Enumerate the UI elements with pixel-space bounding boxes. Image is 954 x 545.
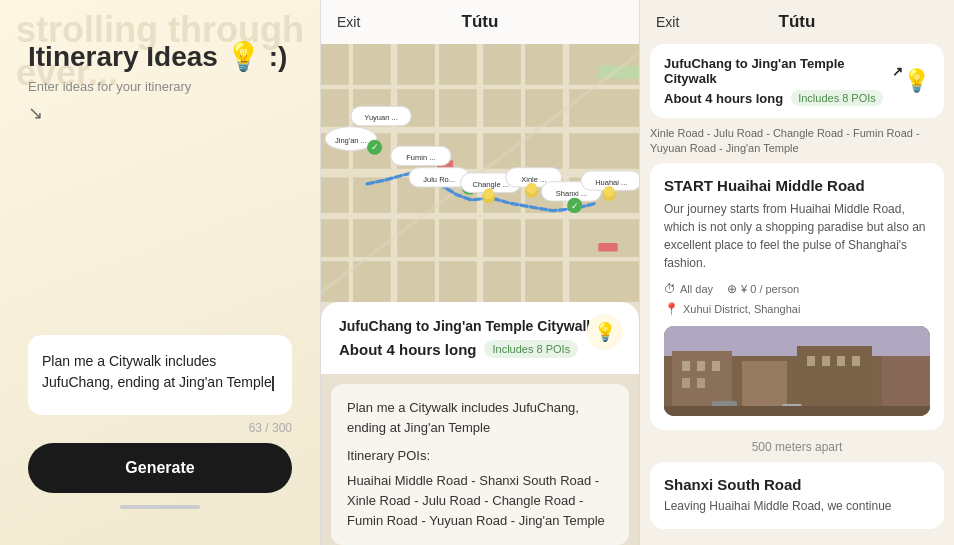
svg-point-37 — [526, 183, 537, 194]
map-area: Jing'an ... ✓ Yuyuan ... Fumin ... Julu … — [321, 44, 639, 302]
input-text: Plan me a Citywalk includes JufuChang, e… — [42, 353, 272, 390]
svg-rect-55 — [712, 361, 720, 371]
middle-bottom-card: JufuChang to Jing'an Temple Citywalk ↗ A… — [321, 302, 639, 374]
svg-text:✓: ✓ — [371, 142, 379, 152]
subtitle-text: Enter ideas for your itinerary — [28, 79, 292, 94]
summary-left: JufuChang to Jing'an Temple Citywalk ↗ A… — [664, 56, 903, 106]
poi-1-time-text: All day — [680, 283, 713, 295]
itinerary-label: Itinerary POIs: — [347, 446, 613, 466]
poi-card-2: Shanxi South Road Leaving Huaihai Middle… — [650, 462, 944, 529]
svg-rect-60 — [837, 356, 845, 366]
svg-point-33 — [483, 188, 494, 199]
location-icon: 📍 — [664, 302, 679, 316]
summary-bulb: 💡 — [903, 68, 930, 94]
price-icon: ⊕ — [727, 282, 737, 296]
svg-text:Fumin ...: Fumin ... — [406, 153, 435, 162]
summary-ext-icon: ↗ — [892, 64, 903, 79]
svg-text:Xinle ...: Xinle ... — [521, 175, 546, 184]
middle-exit-button[interactable]: Exit — [337, 14, 360, 30]
top-summary-card: JufuChang to Jing'an Temple Citywalk ↗ A… — [650, 44, 944, 118]
poi-1-time: ⏱ All day — [664, 282, 713, 296]
right-header: Exit Tútu — [640, 0, 954, 44]
right-panel: Exit Tútu JufuChang to Jing'an Temple Ci… — [640, 0, 954, 545]
summary-route-text: JufuChang to Jing'an Temple Citywalk — [664, 56, 888, 86]
page-title: Itinerary Ideas 💡 :) — [28, 40, 292, 73]
svg-rect-58 — [807, 356, 815, 366]
poi-2-desc: Leaving Huaihai Middle Road, we continue — [664, 497, 930, 515]
generate-button[interactable]: Generate — [28, 443, 292, 493]
poi-1-meta: ⏱ All day ⊕ ¥ 0 / person — [664, 282, 930, 296]
svg-point-45 — [604, 186, 615, 197]
route-text: Huaihai Middle Road - Shanxi South Road … — [347, 471, 613, 531]
input-area: Plan me a Citywalk includes JufuChang, e… — [28, 335, 292, 509]
svg-text:Huahai ...: Huahai ... — [595, 178, 627, 187]
route-title: JufuChang to Jing'an Temple Citywalk ↗ — [339, 318, 621, 334]
clock-icon: ⏱ — [664, 282, 676, 296]
title-emoji: 💡 :) — [226, 40, 287, 73]
summary-meta: About 4 hours long Includes 8 POIs — [664, 90, 903, 106]
char-count: 63 / 300 — [28, 421, 292, 435]
svg-text:Changle ...: Changle ... — [473, 180, 509, 189]
poi-1-price: ⊕ ¥ 0 / person — [727, 282, 799, 296]
summary-poi-badge: Includes 8 POIs — [791, 90, 883, 106]
right-title: Tútu — [779, 12, 816, 32]
left-panel: strolling through ever... Itinerary Idea… — [0, 0, 320, 545]
svg-rect-57 — [697, 378, 705, 388]
arrow-icon: ↘ — [28, 102, 292, 124]
right-exit-button[interactable]: Exit — [656, 14, 679, 30]
svg-rect-17 — [598, 243, 617, 252]
poi-card-1: START Huaihai Middle Road Our journey st… — [650, 163, 944, 430]
summary-route: JufuChang to Jing'an Temple Citywalk ↗ — [664, 56, 903, 86]
svg-text:Jing'an ...: Jing'an ... — [335, 136, 367, 145]
middle-title: Tútu — [462, 12, 499, 32]
poi-1-image — [664, 326, 930, 416]
poi-1-price-text: ¥ 0 / person — [741, 283, 799, 295]
poi-1-location: 📍 Xuhui District, Shanghai — [664, 302, 930, 316]
svg-text:Shanxi ...: Shanxi ... — [556, 189, 587, 198]
bulb-icon: 💡 — [587, 314, 623, 350]
text-cursor — [272, 376, 274, 391]
duration-text: About 4 hours long — [339, 341, 476, 358]
poi-2-title: Shanxi South Road — [664, 476, 930, 493]
route-path-text: Xinle Road - Julu Road - Changle Road - … — [640, 126, 954, 157]
middle-panel: Exit Tútu — [320, 0, 640, 545]
apart-text: 500 meters apart — [650, 440, 944, 454]
svg-rect-59 — [822, 356, 830, 366]
svg-rect-61 — [852, 356, 860, 366]
chat-text: Plan me a Citywalk includes JufuChang, e… — [347, 398, 613, 438]
poi-1-title: START Huaihai Middle Road — [664, 177, 930, 194]
bottom-bar — [120, 505, 200, 509]
title-text: Itinerary Ideas — [28, 41, 218, 73]
poi-1-location-text: Xuhui District, Shanghai — [683, 303, 800, 315]
svg-text:Julu Ro...: Julu Ro... — [423, 175, 455, 184]
poi-list[interactable]: START Huaihai Middle Road Our journey st… — [640, 163, 954, 545]
svg-rect-54 — [697, 361, 705, 371]
chat-bubble: Plan me a Citywalk includes JufuChang, e… — [331, 384, 629, 545]
svg-rect-64 — [664, 406, 930, 416]
summary-duration: About 4 hours long — [664, 91, 783, 106]
svg-rect-53 — [682, 361, 690, 371]
svg-rect-56 — [682, 378, 690, 388]
duration-row: About 4 hours long Includes 8 POIs — [339, 340, 621, 358]
poi-1-desc: Our journey starts from Huaihai Middle R… — [664, 200, 930, 272]
route-title-text: JufuChang to Jing'an Temple Citywalk — [339, 318, 594, 334]
input-box[interactable]: Plan me a Citywalk includes JufuChang, e… — [28, 335, 292, 415]
svg-text:✓: ✓ — [571, 201, 579, 211]
poi-badge: Includes 8 POIs — [484, 340, 578, 358]
svg-text:Yuyuan ...: Yuyuan ... — [364, 113, 397, 122]
middle-header: Exit Tútu — [321, 0, 639, 44]
